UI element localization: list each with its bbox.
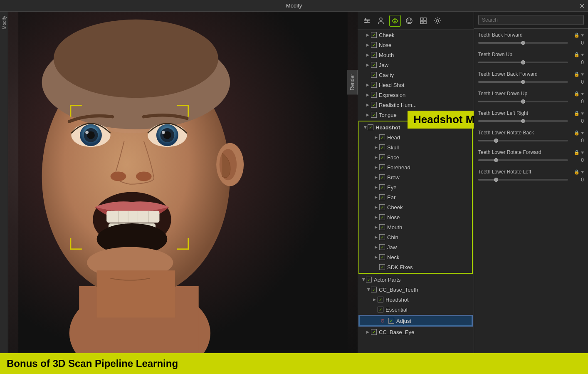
prop-icons-0: 🔒 ♥ (574, 32, 584, 38)
tree-item-adjust[interactable]: Adjust (359, 316, 472, 326)
checkbox-essential[interactable] (378, 307, 383, 312)
checkbox-skull[interactable] (379, 144, 385, 150)
tree-item-tongue[interactable]: Tongue (358, 110, 474, 120)
grid-icon[interactable] (418, 15, 429, 27)
sliders-icon[interactable] (361, 15, 373, 27)
checkbox-mouth-top[interactable] (371, 52, 377, 58)
svg-rect-38 (188, 105, 189, 116)
face-svg (8, 12, 358, 353)
checkbox-chin[interactable] (379, 234, 385, 240)
tree-item-actor-parts[interactable]: ▶ Actor Parts (358, 275, 474, 285)
prop-slider-2[interactable] (478, 81, 568, 83)
prop-slider-4[interactable] (478, 120, 568, 122)
tree-item-jaw-top[interactable]: Jaw (358, 60, 474, 70)
tree-item-cheek-top[interactable]: Cheek (358, 30, 474, 40)
tree-item-essential[interactable]: Essential (358, 305, 474, 315)
checkbox-mouth-hs[interactable] (379, 224, 385, 230)
tree-item-skull[interactable]: Skull (359, 142, 472, 152)
checkbox-headshot-teeth[interactable] (378, 297, 383, 302)
tree-item-cc-base-eye[interactable]: CC_Base_Eye (358, 327, 474, 337)
label-chin: Chin (387, 234, 398, 240)
prop-value-1: 0 (571, 59, 584, 65)
checkbox-jaw-top[interactable] (371, 62, 377, 68)
face-icon[interactable] (403, 15, 415, 27)
checkbox-face[interactable] (379, 154, 385, 160)
tree-item-nose-hs[interactable]: Nose (359, 212, 472, 222)
checkbox-expression[interactable] (371, 92, 377, 98)
checkbox-adjust-check[interactable] (388, 318, 394, 324)
checkbox-nose-hs[interactable] (379, 214, 385, 220)
checkbox-realistic-hum[interactable] (371, 102, 377, 108)
label-brow: Brow (387, 174, 400, 181)
checkbox-cc-base-eye[interactable] (371, 329, 377, 335)
checkbox-sdk-fixes[interactable] (379, 264, 385, 270)
tree-item-nose-top[interactable]: Nose (358, 40, 474, 50)
modify-tab[interactable]: Modify (2, 12, 7, 33)
tree-item-face[interactable]: Face (359, 152, 472, 162)
tree-item-mouth-top[interactable]: Mouth (358, 50, 474, 60)
tree-item-ear[interactable]: Ear (359, 192, 472, 202)
checkbox-jaw-hs[interactable] (379, 244, 385, 250)
settings-icon[interactable] (432, 15, 443, 27)
tree-item-eye[interactable]: Eye (359, 182, 472, 192)
tree-arrow-jaw-hs (373, 244, 379, 250)
tree-arrow-eye (373, 184, 379, 191)
prop-slider-0[interactable] (478, 42, 568, 44)
tree-item-headshot-parent[interactable]: ▶ Headshot (359, 122, 472, 132)
prop-row-teeth-lower-rotate-left: Teeth Lower Rotate Left 🔒 ♥ 0 (478, 169, 584, 183)
checkbox-actor-parts[interactable] (366, 277, 372, 282)
prop-icons-1: 🔒 ♥ (574, 52, 584, 57)
checkbox-neck[interactable] (379, 254, 385, 260)
tree-item-mouth-hs[interactable]: Mouth (359, 222, 472, 232)
headshot-section: ▶ Headshot Head Skull Face (358, 121, 473, 274)
checkbox-headshot[interactable] (368, 124, 373, 130)
label-skull: Skull (387, 144, 399, 151)
checkbox-tongue[interactable] (371, 112, 377, 118)
checkbox-eye[interactable] (379, 184, 385, 190)
label-cavity: Cavity (379, 72, 394, 78)
tree-item-headshot-teeth[interactable]: Headshot (358, 295, 474, 305)
tree-item-head[interactable]: Head (359, 132, 472, 142)
checkbox-adjust[interactable] (380, 318, 385, 324)
tree-item-brow[interactable]: Brow (359, 172, 472, 182)
close-button[interactable]: ✕ (579, 2, 585, 10)
prop-row-teeth-down-up: Teeth Down Up 🔒 ♥ 0 (478, 52, 584, 65)
tree-item-cc-base-teeth[interactable]: ▶ CC_Base_Teeth (358, 285, 474, 295)
title-bar-text: Modify (286, 2, 302, 9)
prop-slider-7[interactable] (478, 179, 568, 181)
checkbox-forehead[interactable] (379, 164, 385, 170)
morph-icon[interactable] (389, 15, 401, 27)
tree-item-cavity[interactable]: Cavity (358, 70, 474, 80)
checkbox-ear[interactable] (379, 194, 385, 200)
tree-item-jaw-hs[interactable]: Jaw (359, 242, 472, 252)
tree-item-cheek-hs[interactable]: Cheek (359, 202, 472, 212)
tree-item-realistic-hum[interactable]: Realistic Hum... (358, 100, 474, 110)
checkbox-cavity[interactable] (371, 72, 377, 78)
tree-arrow-cc-base-teeth: ▶ (364, 286, 371, 293)
prop-icons-2: 🔒 ♥ (574, 72, 584, 77)
search-input[interactable] (478, 15, 584, 25)
prop-slider-1[interactable] (478, 62, 568, 63)
prop-slider-5[interactable] (478, 140, 568, 141)
tree-item-head-shot[interactable]: Head Shot (358, 80, 474, 90)
checkbox-cheek-top[interactable] (371, 32, 377, 38)
prop-label-teeth-lower-rotate-left: Teeth Lower Rotate Left (478, 169, 531, 175)
checkbox-head-shot[interactable] (371, 82, 377, 88)
svg-point-16 (162, 131, 165, 134)
person-icon[interactable] (375, 15, 387, 27)
tree-item-forehead[interactable]: Forehead (359, 162, 472, 172)
prop-slider-6[interactable] (478, 159, 568, 161)
checkbox-nose-top[interactable] (371, 42, 377, 48)
checkbox-cc-base-teeth[interactable] (371, 287, 377, 292)
checkbox-cheek-hs[interactable] (379, 204, 385, 210)
prop-slider-3[interactable] (478, 101, 568, 102)
render-tab[interactable]: Render (347, 70, 358, 94)
tree-item-expression[interactable]: Expression (358, 90, 474, 100)
tree-arrow-essential (371, 306, 378, 313)
tree-item-neck[interactable]: Neck (359, 252, 472, 262)
checkbox-brow[interactable] (379, 174, 385, 180)
tree-item-sdk-fixes[interactable]: SDK Fixes (359, 262, 472, 272)
checkbox-head[interactable] (379, 134, 385, 140)
tree-item-chin[interactable]: Chin (359, 232, 472, 242)
prop-value-6: 0 (571, 157, 584, 163)
